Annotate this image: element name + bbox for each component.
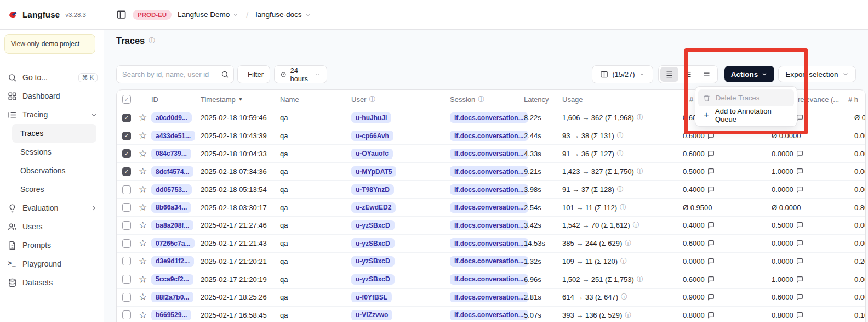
trace-row[interactable]: ☆d3e9d1f2...2025-02-17 21:20:21qau-yzSBx… — [117, 253, 865, 271]
sidebar-item-playground[interactable]: >_ Playground — [0, 255, 104, 273]
column-header-score-3[interactable]: # h — [848, 90, 858, 109]
trace-row[interactable]: ✓☆a433de51...2025-02-18 10:43:39qau-cp66… — [117, 127, 865, 145]
sidebar-item-prompts[interactable]: Prompts — [0, 236, 104, 255]
user-id-badge[interactable]: u-OYauofc — [351, 149, 393, 159]
session-id-badge[interactable]: lf.docs.conversation... — [450, 238, 528, 248]
session-id-badge[interactable]: lf.docs.conversation... — [450, 310, 528, 320]
sidebar-toggle-icon[interactable] — [116, 9, 127, 20]
trace-id-badge[interactable]: 084c739... — [151, 149, 191, 159]
session-id-badge[interactable]: lf.docs.conversation... — [450, 274, 528, 285]
session-id-badge[interactable]: lf.docs.conversation... — [450, 220, 528, 230]
user-id-badge[interactable]: u-zEwdED2 — [351, 202, 396, 213]
user-id-badge[interactable]: u-yzSBxcD — [351, 220, 395, 230]
user-id-badge[interactable]: u-huJhuJi — [351, 112, 391, 123]
checkbox[interactable] — [122, 185, 131, 194]
sidebar-item-dashboard[interactable]: Dashboard — [0, 87, 104, 105]
star-icon[interactable]: ☆ — [139, 275, 147, 284]
sidebar-item-observations[interactable]: Observations — [12, 161, 96, 180]
session-id-badge[interactable]: lf.docs.conversation... — [450, 202, 528, 213]
user-id-badge[interactable]: u-VIZzvwo — [351, 310, 392, 320]
session-id-badge[interactable]: lf.docs.conversation... — [450, 149, 528, 159]
filter-button[interactable]: Filter — [237, 65, 270, 83]
checkbox[interactable] — [122, 203, 131, 212]
trace-id-badge[interactable]: 8dcf4574... — [151, 166, 193, 177]
user-id-badge[interactable]: u-MYpDAT5 — [351, 166, 396, 177]
select-all-checkbox[interactable]: ✓ — [122, 90, 131, 109]
star-icon[interactable]: ☆ — [139, 257, 147, 266]
trace-row[interactable]: ☆5cca9cf2...2025-02-17 21:20:19qau-yzSBx… — [117, 270, 865, 289]
menu-item-delete-traces[interactable]: Delete Traces — [698, 89, 794, 106]
trace-row[interactable]: ☆07265c7a...2025-02-17 21:21:43qau-yzSBx… — [117, 235, 865, 253]
trace-id-badge[interactable]: a0cd0d9... — [151, 112, 192, 123]
actions-button[interactable]: Actions — [724, 66, 774, 82]
trace-id-badge[interactable]: dd05753... — [151, 184, 192, 195]
checkbox[interactable] — [122, 257, 131, 265]
trace-id-badge[interactable]: 88f2a7b0... — [151, 292, 193, 302]
session-id-badge[interactable]: lf.docs.conversation... — [450, 292, 528, 302]
trace-id-badge[interactable]: 07265c7a... — [151, 238, 195, 248]
star-icon[interactable]: ☆ — [139, 149, 147, 159]
trace-row[interactable]: ✓☆8dcf4574...2025-02-18 07:34:36qau-MYpD… — [117, 163, 865, 181]
user-id-badge[interactable]: u-f0YfBSL — [351, 292, 392, 302]
sidebar-item-goto[interactable]: Go to... ⌘ K — [0, 68, 104, 87]
checkbox[interactable]: ✓ — [122, 114, 131, 122]
column-header-score-2[interactable]: relevance (... — [798, 90, 839, 109]
column-header-session[interactable]: Sessionⓘ — [450, 90, 484, 109]
column-header-name[interactable]: Name — [280, 90, 299, 109]
trace-id-badge[interactable]: a433de51... — [151, 131, 195, 141]
column-header-timestamp[interactable]: Timestamp▼ — [201, 90, 243, 109]
trace-id-badge[interactable]: 5cca9cf2... — [151, 274, 193, 285]
checkbox[interactable]: ✓ — [122, 167, 131, 176]
star-icon[interactable]: ☆ — [139, 221, 147, 230]
column-header-id[interactable]: ID — [151, 90, 158, 109]
row-height-medium-button[interactable] — [679, 67, 697, 82]
column-header-user[interactable]: Userⓘ — [351, 90, 375, 109]
demo-project-link[interactable]: demo project — [42, 40, 79, 48]
trace-row[interactable]: ✓☆084c739...2025-02-18 10:04:33qau-OYauo… — [117, 145, 865, 163]
checkbox[interactable] — [122, 275, 131, 284]
star-icon[interactable]: ☆ — [139, 167, 147, 176]
user-id-badge[interactable]: u-yzSBxcD — [351, 274, 395, 285]
trace-row[interactable]: ☆88f2a7b0...2025-02-17 18:25:26qau-f0YfB… — [117, 289, 865, 307]
checkbox[interactable] — [122, 293, 131, 302]
session-id-badge[interactable]: lf.docs.conversation... — [450, 166, 528, 177]
checkbox[interactable] — [122, 239, 131, 248]
trace-row[interactable]: ☆dd05753...2025-02-18 05:13:54qau-T98Ynz… — [117, 181, 865, 199]
sidebar-item-datasets[interactable]: Datasets — [0, 273, 104, 292]
star-icon[interactable]: ☆ — [139, 310, 147, 320]
column-header-score-1[interactable]: # — [689, 90, 693, 109]
checkbox[interactable]: ✓ — [122, 132, 131, 140]
sidebar-item-tracing[interactable]: Tracing — [0, 105, 104, 124]
session-id-badge[interactable]: lf.docs.conversation... — [450, 184, 528, 195]
column-header-latency[interactable]: Latency — [524, 90, 549, 109]
checkbox[interactable]: ✓ — [122, 95, 131, 104]
checkbox[interactable] — [122, 310, 131, 319]
sidebar-item-sessions[interactable]: Sessions — [12, 143, 96, 161]
star-icon[interactable]: ☆ — [139, 113, 147, 122]
sidebar-item-evaluation[interactable]: Evaluation — [0, 199, 104, 217]
trace-row[interactable]: ☆b669529...2025-02-17 16:58:45qau-VIZzvw… — [117, 307, 865, 322]
star-icon[interactable]: ☆ — [139, 185, 147, 194]
project-switcher[interactable]: langfuse-docs — [256, 10, 311, 19]
trace-row[interactable]: ☆8b66a34...2025-02-18 03:30:17qau-zEwdED… — [117, 199, 865, 217]
row-height-large-button[interactable] — [698, 67, 716, 82]
trace-id-badge[interactable]: d3e9d1f2... — [151, 256, 194, 267]
time-range-button[interactable]: 24 hours — [274, 65, 327, 83]
session-id-badge[interactable]: lf.docs.conversation... — [450, 131, 528, 141]
checkbox[interactable] — [122, 221, 131, 230]
user-id-badge[interactable]: u-cp66Avh — [351, 131, 393, 141]
star-icon[interactable]: ☆ — [139, 203, 147, 212]
star-icon[interactable]: ☆ — [139, 131, 147, 140]
export-selection-button[interactable]: Export selection — [778, 66, 856, 82]
trace-row[interactable]: ☆ba8a208f...2025-02-17 21:27:46qau-yzSBx… — [117, 217, 865, 235]
star-icon[interactable]: ☆ — [139, 292, 147, 302]
column-header-usage[interactable]: Usage — [562, 90, 583, 109]
sidebar-item-scores[interactable]: Scores — [12, 180, 96, 199]
sidebar-item-traces[interactable]: Traces — [12, 124, 96, 143]
checkbox[interactable]: ✓ — [122, 149, 131, 158]
session-id-badge[interactable]: lf.docs.conversation... — [450, 112, 528, 123]
session-id-badge[interactable]: lf.docs.conversation... — [450, 256, 528, 267]
column-visibility-button[interactable]: (15/27) — [592, 65, 653, 83]
trace-id-badge[interactable]: ba8a208f... — [151, 220, 193, 230]
sidebar-item-users[interactable]: Users — [0, 217, 104, 236]
